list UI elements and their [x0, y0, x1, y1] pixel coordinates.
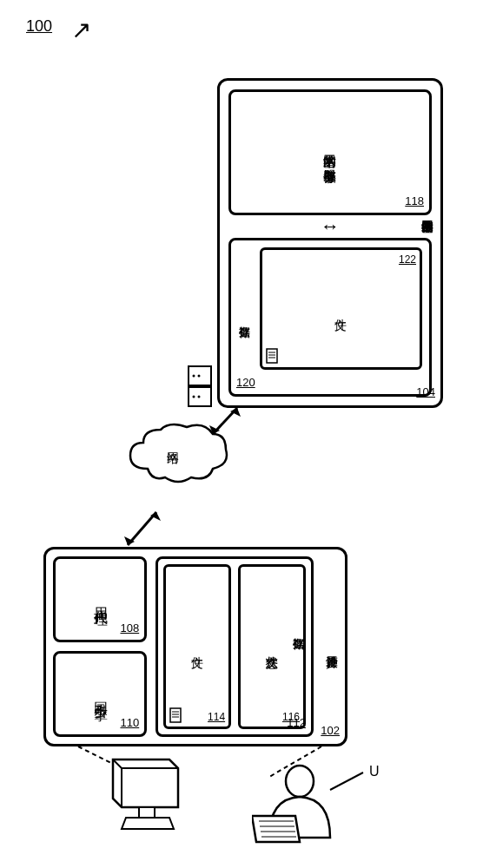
user-agent-box: 用户代理 108: [53, 556, 147, 642]
server-file-box: 文件 122: [260, 247, 422, 370]
sync-engine-ref: 110: [120, 716, 139, 729]
user-agent-label: 用户代理: [91, 596, 109, 603]
document-icon: [266, 348, 278, 364]
svg-rect-25: [139, 807, 155, 818]
sync-engine-label: 同步引擎: [91, 691, 109, 698]
engine-ref: 118: [405, 194, 424, 207]
figure-arrow-icon: ↗: [71, 16, 91, 44]
arrow-cloud-to-server-icon: [204, 399, 248, 443]
diagram-container: 100 ↗ 基于网络的 存储服务引擎 118 ↔ 文件 122 数据存储 120…: [0, 0, 483, 868]
svg-point-8: [193, 396, 195, 398]
user-label: U: [369, 764, 380, 779]
server-ref: 104: [416, 385, 435, 398]
device-ref: 102: [321, 724, 340, 737]
device-storage-ref: 112: [287, 716, 306, 729]
monitor-icon: [104, 755, 182, 838]
svg-rect-0: [267, 349, 277, 363]
device-file-box: 文件 114: [163, 564, 231, 729]
server-data-storage-box: 文件 122 数据存储 120: [228, 238, 432, 397]
svg-point-7: [198, 375, 201, 378]
server-box: 基于网络的 存储服务引擎 118 ↔ 文件 122 数据存储 120 基于网络的…: [217, 78, 443, 408]
svg-point-26: [286, 766, 314, 797]
bidirectional-arrow-icon: ↔: [321, 215, 340, 238]
sync-engine-box: 同步引擎 110: [53, 651, 147, 737]
server-file-ref: 122: [399, 253, 416, 266]
svg-line-31: [330, 773, 363, 790]
storage-service-engine-box: 基于网络的 存储服务引擎 118: [228, 89, 432, 215]
server-storage-label: 数据存储: [235, 314, 254, 321]
user-person-icon: [252, 764, 365, 851]
device-storage-label: 数据存储: [288, 626, 308, 633]
svg-line-10: [128, 512, 156, 545]
svg-point-9: [198, 396, 201, 398]
svg-point-6: [193, 375, 195, 378]
file-status-box: 文件状态 116: [238, 564, 306, 729]
user-device-box: 用户代理 108 同步引擎 110 文件 114 文件状态: [43, 547, 347, 746]
figure-number: 100: [26, 17, 52, 36]
document-icon: [169, 707, 182, 723]
engine-label: 基于网络的 存储服务引擎: [321, 145, 340, 160]
server-storage-ref: 120: [236, 376, 255, 389]
device-data-storage-box: 文件 114 文件状态 116 数据存储 112: [155, 556, 314, 737]
device-file-ref: 114: [208, 711, 225, 723]
svg-rect-16: [170, 708, 181, 722]
user-agent-ref: 108: [120, 621, 139, 635]
